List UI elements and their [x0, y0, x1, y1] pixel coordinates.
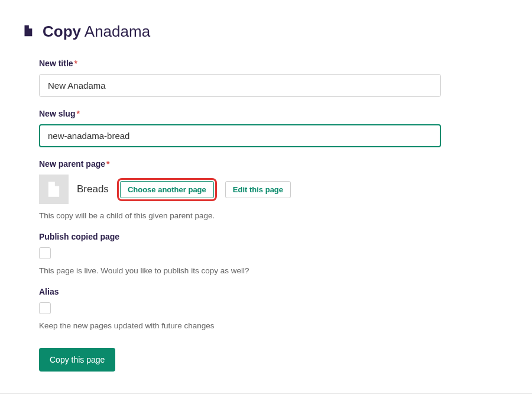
document-icon [21, 24, 34, 40]
publish-label: Publish copied page [39, 232, 441, 241]
parent-page-name: Breads [77, 183, 109, 195]
parent-thumbnail [39, 175, 69, 204]
alias-field: Alias Keep the new pages updated with fu… [39, 287, 441, 330]
edit-this-page-button[interactable]: Edit this page [225, 181, 291, 198]
alias-checkbox[interactable] [39, 302, 51, 314]
alias-label: Alias [39, 287, 441, 296]
page-title: Copy Anadama [43, 22, 150, 41]
copy-this-page-button[interactable]: Copy this page [39, 348, 115, 372]
choose-another-page-button[interactable]: Choose another page [120, 181, 214, 198]
new-title-input[interactable] [39, 74, 441, 97]
new-slug-label: New slug* [39, 109, 441, 118]
page-header: Copy Anadama [21, 22, 511, 41]
publish-help-text: This page is live. Would you like to pub… [39, 266, 441, 275]
annotation-highlight: Choose another page [117, 178, 217, 201]
publish-checkbox[interactable] [39, 247, 51, 259]
new-title-label: New title* [39, 59, 441, 68]
parent-page-label: New parent page* [39, 159, 441, 169]
new-slug-input[interactable] [39, 124, 441, 147]
publish-field: Publish copied page This page is live. W… [39, 232, 441, 275]
parent-help-text: This copy will be a child of this given … [39, 211, 441, 220]
alias-help-text: Keep the new pages updated with future c… [39, 321, 441, 330]
new-title-field: New title* [39, 59, 441, 97]
new-slug-field: New slug* [39, 109, 441, 147]
parent-page-field: New parent page* Breads Choose another p… [39, 159, 441, 220]
